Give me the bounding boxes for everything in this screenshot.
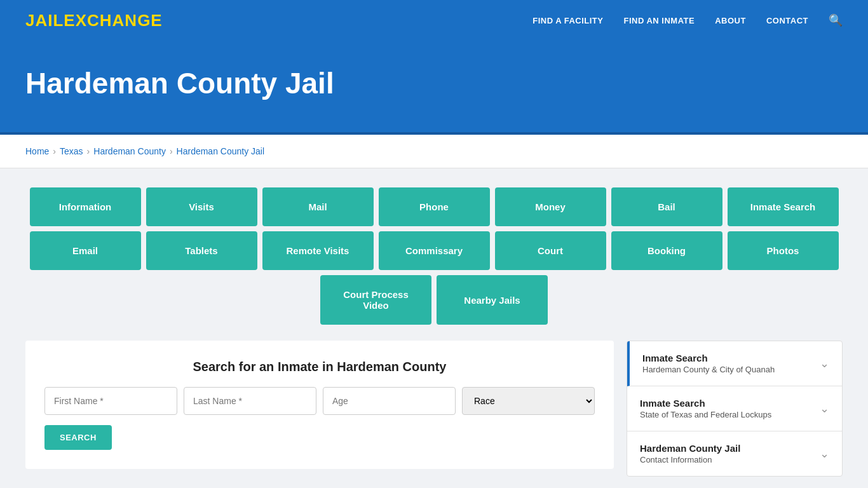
btn-commissary[interactable]: Commissary [379, 231, 490, 270]
grid-row-1: Information Visits Mail Phone Money Bail… [25, 187, 843, 226]
nav-find-inmate[interactable]: FIND AN INMATE [623, 16, 695, 25]
sidebar-item-0[interactable]: Inmate Search Hardeman County & City of … [627, 341, 842, 386]
grid-row-2: Email Tablets Remote Visits Commissary C… [25, 231, 843, 270]
breadcrumb-sep-3: › [170, 146, 173, 156]
sidebar-item-text-2: Hardeman County Jail Contact Information [640, 443, 740, 464]
grid-row-3: Court Process Video Nearby Jails [25, 275, 843, 325]
logo-exchange: EXCHANGE [64, 11, 162, 30]
sidebar-item-subtitle-1: State of Texas and Federal Lockups [640, 410, 771, 419]
btn-inmate-search[interactable]: Inmate Search [728, 187, 839, 226]
btn-tablets[interactable]: Tablets [146, 231, 257, 270]
first-name-input[interactable] [44, 387, 177, 415]
btn-court[interactable]: Court [495, 231, 606, 270]
btn-bail[interactable]: Bail [611, 187, 722, 226]
breadcrumb-texas[interactable]: Texas [60, 146, 83, 156]
chevron-down-icon-2: ⌄ [820, 447, 829, 461]
search-box: Search for an Inmate in Hardeman County … [25, 341, 614, 469]
breadcrumb-sep-2: › [87, 146, 90, 156]
content-area: Information Visits Mail Phone Money Bail… [0, 168, 868, 488]
breadcrumb-hardeman-county[interactable]: Hardeman County [93, 146, 166, 156]
nav-find-facility[interactable]: FIND A FACILITY [532, 16, 603, 25]
sidebar-item-text-1: Inmate Search State of Texas and Federal… [640, 398, 771, 419]
sidebar: Inmate Search Hardeman County & City of … [627, 341, 843, 477]
search-icon[interactable]: 🔍 [829, 13, 843, 27]
breadcrumb-home[interactable]: Home [25, 146, 49, 156]
sidebar-item-subtitle-2: Contact Information [640, 455, 740, 464]
btn-money[interactable]: Money [495, 187, 606, 226]
breadcrumb-sep-1: › [53, 146, 56, 156]
main-layout: Search for an Inmate in Hardeman County … [25, 341, 843, 488]
btn-visits[interactable]: Visits [146, 187, 257, 226]
age-input[interactable] [323, 387, 456, 415]
breadcrumb-hardeman-county-jail[interactable]: Hardeman County Jail [177, 146, 265, 156]
chevron-down-icon-0: ⌄ [820, 356, 829, 370]
logo: JAILEXCHANGE [25, 11, 163, 30]
last-name-input[interactable] [184, 387, 316, 415]
btn-court-process-video[interactable]: Court Process Video [320, 275, 431, 325]
header: JAILEXCHANGE FIND A FACILITY FIND AN INM… [0, 0, 868, 41]
chevron-down-icon-1: ⌄ [820, 402, 829, 416]
nav-about[interactable]: ABOUT [715, 16, 746, 25]
search-title: Search for an Inmate in Hardeman County [44, 360, 595, 374]
btn-mail[interactable]: Mail [262, 187, 374, 226]
sidebar-item-1[interactable]: Inmate Search State of Texas and Federal… [627, 386, 842, 431]
btn-nearby-jails[interactable]: Nearby Jails [437, 275, 548, 325]
breadcrumb: Home › Texas › Hardeman County › Hardema… [0, 135, 868, 168]
sidebar-item-title-2: Hardeman County Jail [640, 443, 740, 454]
btn-photos[interactable]: Photos [728, 231, 839, 270]
search-fields: Race White Black Hispanic Asian Other [44, 387, 595, 415]
main-nav: FIND A FACILITY FIND AN INMATE ABOUT CON… [532, 13, 843, 27]
page-title: Hardeman County Jail [25, 66, 843, 100]
race-select[interactable]: Race White Black Hispanic Asian Other [462, 387, 595, 415]
left-column: Search for an Inmate in Hardeman County … [25, 341, 614, 488]
search-button[interactable]: SEARCH [44, 425, 112, 450]
sidebar-item-title-1: Inmate Search [640, 398, 771, 409]
btn-information[interactable]: Information [30, 187, 141, 226]
hero-section: Hardeman County Jail [0, 41, 868, 135]
btn-email[interactable]: Email [30, 231, 141, 270]
sidebar-item-2[interactable]: Hardeman County Jail Contact Information… [627, 431, 842, 476]
btn-remote-visits[interactable]: Remote Visits [262, 231, 374, 270]
sidebar-item-text-0: Inmate Search Hardeman County & City of … [642, 353, 775, 374]
logo-jail: JAIL [25, 11, 64, 30]
sidebar-item-subtitle-0: Hardeman County & City of Quanah [642, 365, 775, 374]
nav-contact[interactable]: CONTACT [766, 16, 808, 25]
sidebar-item-title-0: Inmate Search [642, 353, 775, 363]
category-buttons: Information Visits Mail Phone Money Bail… [25, 187, 843, 325]
btn-booking[interactable]: Booking [611, 231, 722, 270]
btn-phone[interactable]: Phone [379, 187, 490, 226]
